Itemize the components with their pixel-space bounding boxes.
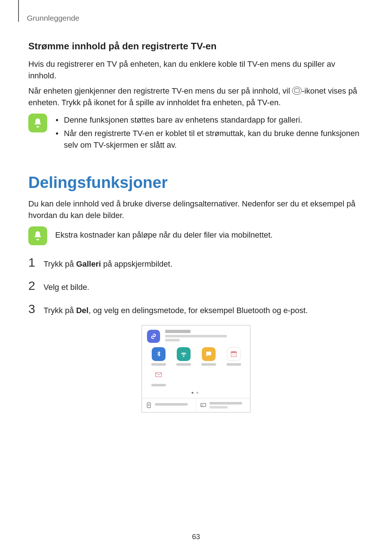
step-bold: Del <box>76 306 89 315</box>
section-title-sharing: Delingsfunksjoner <box>28 173 364 192</box>
bullet-dot: • <box>55 114 59 126</box>
paragraph-text: Når enheten gjenkjenner den registrerte … <box>28 86 292 95</box>
section-heading-stream: Strømme innhold på den registrerte TV-en <box>28 41 364 52</box>
step-text: Trykk på <box>44 306 76 315</box>
step-item: 1 Trykk på Galleri på appskjermbildet. <box>28 255 364 270</box>
page-dots: ●● <box>142 390 250 398</box>
wifi-direct-icon <box>177 347 191 361</box>
note-bell-icon <box>28 114 47 132</box>
note-text: Ekstra kostnader kan påløpe når du deler… <box>55 229 364 241</box>
step-item: 3 Trykk på Del, og velg en delingsmetode… <box>28 302 364 316</box>
step-number: 3 <box>28 302 36 316</box>
link-share-icon <box>147 330 160 343</box>
figure-blurred-label <box>151 384 166 386</box>
steps-list: 1 Trykk på Galleri på appskjermbildet. 2… <box>28 255 364 316</box>
figure-blurred-label <box>226 363 241 366</box>
note-block: • Denne funksjonen støttes bare av enhet… <box>28 114 364 153</box>
paragraph: Når enheten gjenkjenner den registrerte … <box>28 85 364 108</box>
note-bell-icon <box>28 226 47 245</box>
svg-rect-0 <box>231 352 236 357</box>
svg-rect-1 <box>231 351 236 353</box>
note-bullet: Når den registrerte TV-en er koblet til … <box>64 128 364 151</box>
bluetooth-icon <box>152 347 166 361</box>
step-text: , og velg en delingsmetode, for eksempel… <box>89 306 308 315</box>
smart-view-option <box>196 398 250 412</box>
bullet-dot: • <box>55 128 59 151</box>
figure-blurred-label <box>176 363 191 366</box>
memo-icon <box>227 347 241 361</box>
figure-blurred-label <box>151 363 166 366</box>
step-text: på appskjermbildet. <box>101 259 172 268</box>
figure-blurred-label <box>201 363 216 366</box>
share-sheet-figure: ●● <box>142 325 250 413</box>
paragraph: Du kan dele innhold ved å bruke diverse … <box>28 198 364 221</box>
step-number: 1 <box>28 255 36 270</box>
messages-icon <box>202 347 216 361</box>
figure-blurred-text <box>165 330 227 341</box>
step-bold: Galleri <box>76 259 101 268</box>
breadcrumb: Grunnleggende <box>27 14 364 22</box>
page-number: 63 <box>0 533 392 541</box>
email-icon <box>152 368 166 382</box>
step-number: 2 <box>28 279 36 293</box>
step-item: 2 Velg et bilde. <box>28 279 364 293</box>
note-block: Ekstra kostnader kan påløpe når du deler… <box>28 226 364 245</box>
step-text: Trykk på <box>44 259 76 268</box>
note-bullet: Denne funksjonen støttes bare av enheten… <box>64 114 364 126</box>
cast-icon <box>292 87 302 95</box>
paragraph: Hvis du registrerer en TV på enheten, ka… <box>28 58 364 82</box>
step-text: Velg et bilde. <box>44 283 89 292</box>
transfer-to-device-option <box>142 398 196 412</box>
